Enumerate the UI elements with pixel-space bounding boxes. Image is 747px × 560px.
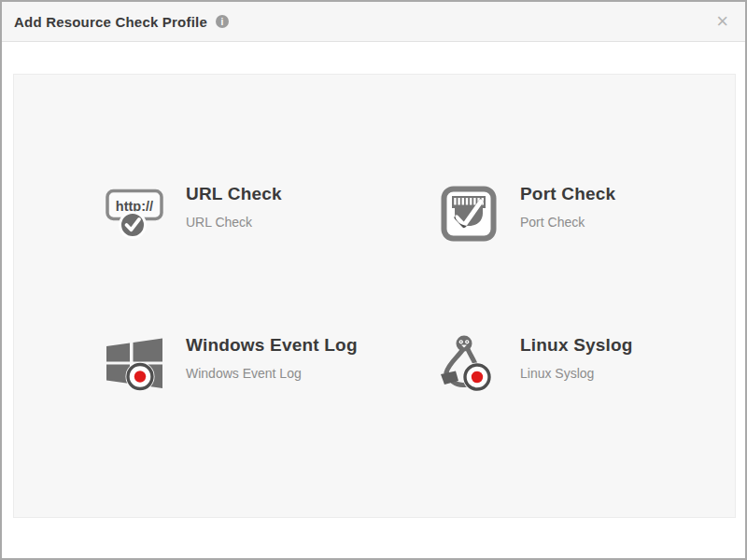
page-title: Add Resource Check Profile: [14, 14, 207, 30]
option-text: URL Check URL Check: [186, 183, 282, 230]
port-check-icon: [438, 183, 500, 242]
check-type-grid: http:// URL Check URL Check: [104, 183, 747, 393]
check-type-panel: http:// URL Check URL Check: [13, 74, 736, 518]
option-title: Linux Syslog: [520, 335, 633, 356]
option-title: Windows Event Log: [186, 335, 358, 356]
option-text: Linux Syslog Linux Syslog: [520, 334, 633, 381]
close-icon[interactable]: ×: [714, 9, 730, 34]
option-linux-syslog[interactable]: Linux Syslog Linux Syslog: [438, 334, 747, 393]
option-url-check[interactable]: http:// URL Check URL Check: [104, 183, 438, 242]
option-text: Windows Event Log Windows Event Log: [186, 334, 358, 381]
dialog-header: Add Resource Check Profile i ×: [2, 2, 745, 42]
option-subtitle: URL Check: [186, 215, 282, 230]
url-check-icon: http://: [104, 183, 165, 242]
info-icon[interactable]: i: [216, 15, 229, 28]
option-subtitle: Windows Event Log: [186, 366, 358, 381]
option-windows-event-log[interactable]: Windows Event Log Windows Event Log: [104, 334, 438, 393]
option-text: Port Check Port Check: [520, 183, 615, 230]
option-port-check[interactable]: Port Check Port Check: [438, 183, 747, 242]
option-subtitle: Linux Syslog: [520, 366, 633, 381]
option-title: Port Check: [520, 184, 615, 204]
add-resource-check-profile-dialog: Add Resource Check Profile i × http:// U…: [0, 0, 747, 560]
option-subtitle: Port Check: [520, 215, 615, 230]
windows-logo-record-icon: [104, 334, 165, 393]
tux-penguin-record-icon: [438, 334, 500, 393]
svg-text:http://: http://: [116, 199, 153, 214]
option-title: URL Check: [186, 184, 282, 204]
